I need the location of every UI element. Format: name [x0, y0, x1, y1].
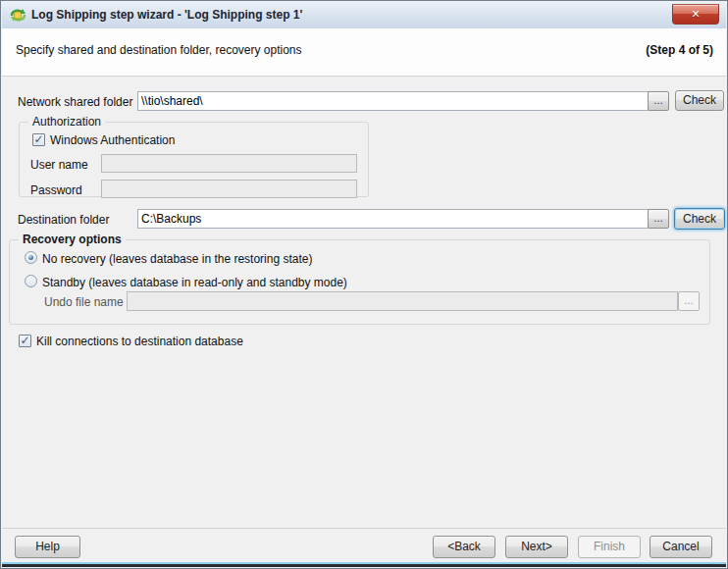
close-button[interactable]: ✕ — [672, 4, 719, 25]
password-label: Password — [30, 183, 82, 197]
undo-file-name-label: Undo file name — [44, 295, 124, 309]
network-shared-folder-input[interactable] — [137, 91, 649, 111]
user-name-input[interactable] — [101, 154, 357, 173]
no-recovery-label[interactable]: No recovery (leaves database in the rest… — [42, 252, 312, 266]
destination-folder-check-button[interactable]: Check — [674, 208, 725, 230]
ellipsis-icon: … — [684, 295, 694, 306]
windows-authentication-label[interactable]: Windows Authentication — [50, 133, 175, 147]
destination-folder-label: Destination folder — [18, 213, 109, 227]
check-icon: ✓ — [33, 132, 43, 146]
windows-authentication-checkbox[interactable]: ✓ — [32, 133, 45, 146]
back-button[interactable]: <Back — [433, 536, 495, 558]
title-bar[interactable]: Log Shipping step wizard - 'Log Shipping… — [2, 2, 726, 29]
window-bottom-border — [2, 562, 726, 567]
network-shared-folder-label: Network shared folder — [18, 95, 132, 109]
check-icon: ✓ — [20, 334, 29, 347]
help-button[interactable]: Help — [15, 536, 80, 558]
standby-radio[interactable] — [25, 275, 37, 287]
ellipsis-icon: … — [653, 213, 663, 224]
log-shipping-app-icon — [10, 7, 26, 24]
recovery-options-group-title: Recovery options — [19, 233, 126, 246]
close-icon: ✕ — [691, 8, 700, 20]
step-indicator: (Step 4 of 5) — [646, 43, 713, 57]
user-name-label: User name — [30, 158, 88, 172]
destination-folder-browse-button[interactable]: … — [648, 209, 669, 229]
finish-button[interactable]: Finish — [578, 536, 641, 558]
kill-connections-label[interactable]: Kill connections to destination database — [36, 335, 243, 348]
ellipsis-icon: … — [653, 95, 663, 106]
cancel-button[interactable]: Cancel — [650, 536, 712, 558]
authorization-group-title: Authorization — [28, 115, 105, 129]
destination-folder-input[interactable] — [137, 209, 649, 229]
next-button[interactable]: Next> — [505, 536, 568, 558]
kill-connections-checkbox[interactable]: ✓ — [19, 335, 31, 347]
window-title: Log Shipping step wizard - 'Log Shipping… — [31, 8, 302, 22]
footer-separator — [2, 528, 726, 529]
page-subtitle: Specify shared and destination folder, r… — [16, 43, 302, 57]
network-shared-folder-browse-button[interactable]: … — [648, 91, 669, 111]
network-shared-folder-check-button[interactable]: Check — [675, 90, 724, 111]
wizard-window: Log Shipping step wizard - 'Log Shipping… — [0, 0, 728, 569]
no-recovery-radio[interactable] — [25, 251, 37, 264]
undo-file-name-input[interactable] — [127, 291, 678, 311]
undo-file-name-browse-button[interactable]: … — [678, 291, 700, 311]
standby-label[interactable]: Standby (leaves database in read-only an… — [42, 276, 347, 289]
wizard-header: Specify shared and destination folder, r… — [2, 28, 726, 77]
password-input[interactable] — [101, 180, 357, 198]
